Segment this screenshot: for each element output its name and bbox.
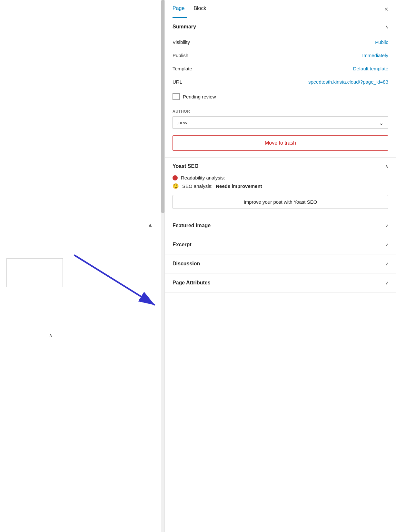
blue-arrow-annotation bbox=[64, 249, 168, 313]
excerpt-section[interactable]: Excerpt ∨ bbox=[165, 235, 396, 254]
readability-row: Readability analysis: bbox=[173, 175, 388, 180]
close-sidebar-button[interactable]: × bbox=[384, 6, 388, 12]
pending-review-row: Pending review bbox=[173, 88, 388, 105]
pending-review-label: Pending review bbox=[183, 94, 216, 99]
excerpt-chevron-down-icon: ∨ bbox=[385, 242, 388, 247]
page-attributes-section[interactable]: Page Attributes ∨ bbox=[165, 273, 396, 292]
yoast-title: Yoast SEO bbox=[173, 163, 199, 169]
discussion-title: Discussion bbox=[173, 261, 200, 267]
readability-status-dot bbox=[173, 175, 178, 180]
pending-review-checkbox[interactable] bbox=[173, 93, 180, 100]
visibility-label: Visibility bbox=[173, 39, 211, 45]
seo-smiley-icon: 😟 bbox=[173, 183, 179, 189]
content-box bbox=[6, 258, 63, 287]
excerpt-title: Excerpt bbox=[173, 242, 192, 248]
readability-label: Readability analysis: bbox=[181, 175, 225, 180]
template-value[interactable]: Default template bbox=[353, 66, 388, 71]
url-value[interactable]: speedtesth.kinsta.cloud/?page_id=83 bbox=[308, 79, 388, 85]
publish-label: Publish bbox=[173, 53, 211, 58]
right-sidebar: Page Block × Summary ∧ Visibility Public… bbox=[164, 0, 396, 532]
featured-image-title: Featured image bbox=[173, 223, 211, 229]
page-attributes-chevron-down-icon: ∨ bbox=[385, 280, 388, 285]
discussion-section[interactable]: Discussion ∨ bbox=[165, 254, 396, 273]
improve-yoast-button[interactable]: Improve your post with Yoast SEO bbox=[173, 195, 388, 209]
seo-row: 😟 SEO analysis: Needs improvement bbox=[173, 183, 388, 189]
page-attributes-title: Page Attributes bbox=[173, 280, 211, 286]
yoast-section-header[interactable]: Yoast SEO ∧ bbox=[173, 158, 388, 175]
author-select-wrapper: joew bbox=[173, 116, 388, 130]
editor-area: ▲ ∧ bbox=[0, 0, 164, 532]
discussion-chevron-down-icon: ∨ bbox=[385, 261, 388, 266]
yoast-seo-section: Yoast SEO ∧ Readability analysis: 😟 SEO … bbox=[165, 158, 396, 216]
tab-page[interactable]: Page bbox=[173, 0, 187, 18]
visibility-row: Visibility Public bbox=[173, 36, 388, 49]
summary-title: Summary bbox=[173, 24, 196, 30]
author-section-label: AUTHOR bbox=[173, 105, 388, 116]
url-label: URL bbox=[173, 79, 211, 85]
svg-line-1 bbox=[74, 255, 155, 305]
summary-section: Summary ∧ Visibility Public Publish Imme… bbox=[165, 18, 396, 158]
seo-label: SEO analysis: bbox=[182, 183, 213, 189]
yoast-chevron-up-icon: ∧ bbox=[385, 164, 388, 169]
move-to-trash-button[interactable]: Move to trash bbox=[173, 135, 388, 151]
scroll-down-arrow[interactable]: ∧ bbox=[49, 332, 52, 338]
tab-block[interactable]: Block bbox=[193, 0, 209, 18]
template-row: Template Default template bbox=[173, 62, 388, 75]
publish-row: Publish Immediately bbox=[173, 49, 388, 62]
summary-section-header[interactable]: Summary ∧ bbox=[173, 18, 388, 36]
featured-image-section[interactable]: Featured image ∨ bbox=[165, 216, 396, 235]
seo-status: Needs improvement bbox=[216, 183, 262, 189]
featured-image-chevron-down-icon: ∨ bbox=[385, 223, 388, 228]
url-row: URL speedtesth.kinsta.cloud/?page_id=83 bbox=[173, 75, 388, 88]
tabs-header: Page Block × bbox=[165, 0, 396, 18]
scrollbar-track[interactable] bbox=[161, 0, 164, 532]
yoast-content: Readability analysis: 😟 SEO analysis: Ne… bbox=[173, 175, 388, 216]
summary-chevron-up-icon: ∧ bbox=[385, 24, 388, 29]
author-select[interactable]: joew bbox=[173, 116, 388, 129]
scroll-up-arrow[interactable]: ▲ bbox=[148, 222, 153, 228]
visibility-value[interactable]: Public bbox=[375, 39, 388, 45]
template-label: Template bbox=[173, 66, 211, 71]
scrollbar-thumb[interactable] bbox=[161, 0, 164, 213]
publish-value[interactable]: Immediately bbox=[362, 53, 388, 58]
